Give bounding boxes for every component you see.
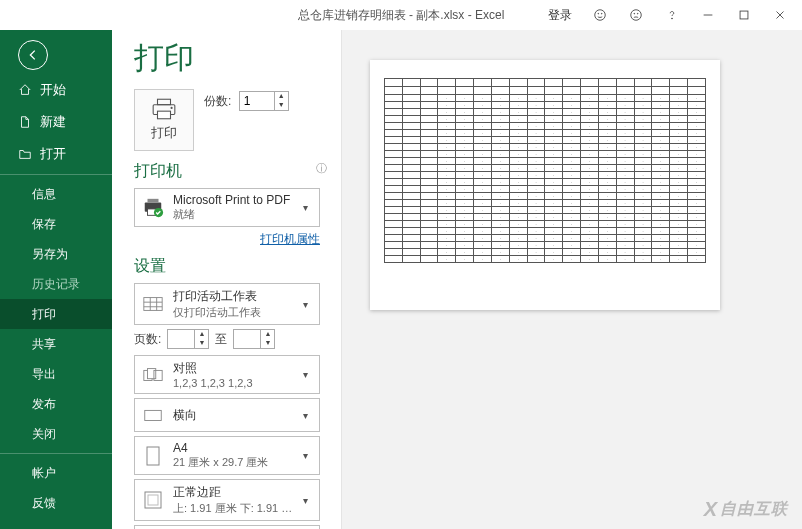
print-action-row: 打印 份数: ▲▼ [134, 89, 341, 151]
paper-sub: 21 厘米 x 29.7 厘米 [173, 455, 295, 470]
open-icon [18, 147, 32, 161]
copies-arrows[interactable]: ▲▼ [274, 92, 288, 110]
copies-group: 份数: ▲▼ [204, 89, 289, 111]
print-what-dropdown[interactable]: 打印活动工作表 仅打印活动工作表 ▾ [134, 283, 320, 325]
svg-rect-27 [145, 410, 162, 420]
printer-dropdown[interactable]: Microsoft Print to PDF 就绪 ▾ [134, 188, 320, 227]
page-from-stepper[interactable]: ▲▼ [167, 329, 209, 349]
sheets-icon [141, 292, 165, 316]
print-button[interactable]: 打印 [134, 89, 194, 151]
printer-status-icon [141, 196, 165, 220]
margins-icon [141, 488, 165, 512]
orientation-icon [141, 403, 165, 427]
orientation-title: 横向 [173, 407, 295, 424]
chevron-down-icon: ▾ [303, 299, 313, 310]
titlebar: 总仓库进销存明细表 - 副本.xlsx - Excel 登录 [0, 0, 802, 30]
print-what-title: 打印活动工作表 [173, 288, 295, 305]
scaling-dropdown[interactable]: 无缩放 ▾ [134, 525, 320, 529]
chevron-down-icon: ▾ [303, 202, 313, 213]
paper-dropdown[interactable]: A4 21 厘米 x 29.7 厘米 ▾ [134, 436, 320, 475]
watermark: X自由互联 [704, 498, 788, 521]
titlebar-controls: 登录 [548, 0, 798, 30]
svg-rect-28 [147, 447, 159, 465]
nav-account[interactable]: 帐户 [0, 458, 112, 488]
svg-rect-16 [148, 198, 159, 202]
home-icon [18, 83, 32, 97]
maximize-button[interactable] [726, 0, 762, 30]
margins-dropdown[interactable]: 正常边距 上: 1.91 厘米 下: 1.91 厘… ▾ [134, 479, 320, 521]
chevron-down-icon: ▾ [303, 369, 313, 380]
main-area: 开始 新建 打开 信息 保存 另存为 历史记录 打印 共享 导出 发布 关闭 帐… [0, 30, 802, 529]
nav-new[interactable]: 新建 [0, 106, 112, 138]
page-to-input[interactable] [234, 330, 260, 348]
nav-close[interactable]: 关闭 [0, 419, 112, 449]
nav-separator [0, 174, 112, 175]
close-button[interactable] [762, 0, 798, 30]
chevron-down-icon: ▾ [303, 495, 313, 506]
settings-heading: 设置 [134, 256, 341, 277]
svg-rect-11 [158, 99, 171, 104]
svg-point-5 [637, 13, 638, 14]
margins-sub: 上: 1.91 厘米 下: 1.91 厘… [173, 501, 295, 516]
nav-open[interactable]: 打开 [0, 138, 112, 170]
pages-label: 页数: [134, 331, 161, 348]
pages-row: 页数: ▲▼ 至 ▲▼ [134, 329, 320, 349]
svg-point-1 [598, 13, 599, 14]
printer-icon [151, 98, 177, 120]
back-button[interactable] [18, 40, 48, 70]
nav-share[interactable]: 共享 [0, 329, 112, 359]
nav-home[interactable]: 开始 [0, 74, 112, 106]
preview-table: ········································… [384, 78, 706, 263]
printer-properties-link[interactable]: 打印机属性 [134, 231, 320, 248]
nav-saveas[interactable]: 另存为 [0, 239, 112, 269]
collate-icon [141, 363, 165, 387]
info-icon[interactable]: ⓘ [316, 161, 327, 176]
svg-point-4 [634, 13, 635, 14]
svg-point-2 [601, 13, 602, 14]
svg-rect-29 [145, 492, 161, 508]
new-icon [18, 115, 32, 129]
page-from-input[interactable] [168, 330, 194, 348]
nav-feedback[interactable]: 反馈 [0, 488, 112, 518]
face-happy-icon[interactable] [582, 0, 618, 30]
content: 打印 打印 份数: ▲▼ 打印机 ⓘ [112, 30, 802, 529]
page-to-stepper[interactable]: ▲▼ [233, 329, 275, 349]
nav-history[interactable]: 历史记录 [0, 269, 112, 299]
window-title: 总仓库进销存明细表 - 副本.xlsx - Excel [298, 7, 505, 24]
nav-open-label: 打开 [40, 145, 66, 163]
copies-label: 份数: [204, 94, 231, 108]
svg-point-6 [672, 18, 673, 19]
login-link[interactable]: 登录 [548, 7, 572, 24]
minimize-button[interactable] [690, 0, 726, 30]
preview-page: ········································… [370, 60, 720, 310]
face-sad-icon[interactable] [618, 0, 654, 30]
collate-dropdown[interactable]: 对照 1,2,3 1,2,3 1,2,3 ▾ [134, 355, 320, 394]
nav-publish[interactable]: 发布 [0, 389, 112, 419]
svg-point-3 [631, 10, 642, 21]
paper-title: A4 [173, 441, 295, 455]
nav-info[interactable]: 信息 [0, 179, 112, 209]
nav-home-label: 开始 [40, 81, 66, 99]
help-icon[interactable] [654, 0, 690, 30]
svg-rect-13 [158, 111, 171, 119]
copies-input[interactable] [240, 92, 274, 110]
nav-print[interactable]: 打印 [0, 299, 112, 329]
svg-point-0 [595, 10, 606, 21]
pages-to-label: 至 [215, 331, 227, 348]
chevron-down-icon: ▾ [303, 410, 313, 421]
printer-heading: 打印机 ⓘ [134, 161, 341, 182]
printer-status: 就绪 [173, 207, 295, 222]
print-button-label: 打印 [151, 124, 177, 142]
paper-icon [141, 444, 165, 468]
svg-point-14 [171, 107, 173, 109]
svg-rect-8 [740, 11, 748, 19]
margins-title: 正常边距 [173, 484, 295, 501]
nav-export[interactable]: 导出 [0, 359, 112, 389]
collate-title: 对照 [173, 360, 295, 377]
backstage-sidebar: 开始 新建 打开 信息 保存 另存为 历史记录 打印 共享 导出 发布 关闭 帐… [0, 30, 112, 529]
orientation-dropdown[interactable]: 横向 ▾ [134, 398, 320, 432]
nav-new-label: 新建 [40, 113, 66, 131]
print-settings-pane: 打印 打印 份数: ▲▼ 打印机 ⓘ [112, 30, 342, 529]
copies-stepper[interactable]: ▲▼ [239, 91, 289, 111]
nav-save[interactable]: 保存 [0, 209, 112, 239]
